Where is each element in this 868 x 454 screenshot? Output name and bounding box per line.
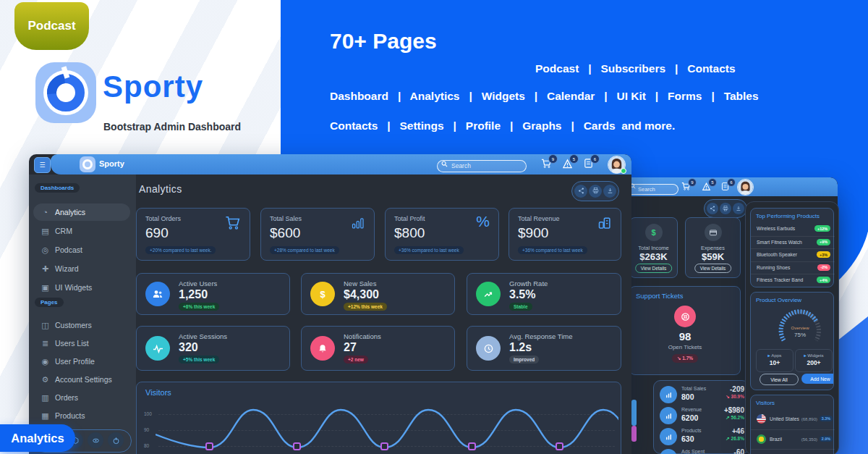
share-button[interactable]	[574, 185, 587, 198]
stat-label: Revenue	[681, 407, 702, 412]
support-tickets-title: Support Tickets	[636, 292, 683, 300]
product-row[interactable]: Smart Fitness Watch +9%	[751, 236, 835, 249]
sidebar-item-analytics[interactable]: ◔Analytics	[29, 203, 136, 221]
country-pct-badge: 3.3%	[820, 416, 833, 421]
stat-row: Products 630 +46 ↗ 26.8%	[654, 427, 750, 447]
sidebar-item-products[interactable]: ▦Products	[29, 407, 136, 424]
growth-icon	[476, 282, 501, 306]
sidebar-item-account-settings[interactable]: ⚙Account Settings	[29, 371, 136, 388]
stat-trend-badge: +36% compared to last week	[394, 246, 464, 254]
metric-card-active-sessions: Active Sessions 320 +5% this week	[136, 326, 290, 371]
download-button[interactable]	[603, 185, 616, 198]
sidebar: Dashboards ◔Analytics ▤CRM ◎Podcast ✚Wiz…	[29, 175, 136, 454]
income-label: Total Income	[630, 245, 677, 251]
sidebar-item-label: Users List	[55, 339, 89, 348]
stat-value: $600	[270, 225, 300, 241]
stat-pct: ↗ 56.2%	[726, 415, 744, 421]
metric-label: Notifications	[344, 332, 381, 340]
online-status-dot	[621, 168, 626, 174]
visitors-countries-title: Visitors	[756, 400, 775, 406]
sidebar-item-wizard[interactable]: ✚Wizard	[29, 260, 136, 277]
cube-icon: ▣	[41, 283, 50, 293]
sidebar-item-label: CRM	[55, 227, 72, 235]
topbar-main: Sporty 9 5 6	[51, 154, 631, 175]
sidebar-item-label: Podcast	[55, 245, 82, 254]
top-products-title: Top Performing Products	[756, 213, 820, 219]
open-tickets-label: Open Tickets	[630, 344, 740, 350]
profile-icon: ◉	[41, 357, 50, 366]
stat-value: 800	[681, 392, 694, 401]
document-badge: 6	[727, 178, 736, 187]
gauge-value: 75%	[794, 332, 806, 338]
sales-stats-card: Total Sales 800 -209 ↘ 30.9% Revenue 620…	[653, 380, 749, 454]
widgets-label: ▸ Widgets	[796, 353, 832, 358]
eye-button[interactable]	[88, 432, 103, 448]
sidebar-item-customers[interactable]: ◫Customers	[29, 316, 136, 334]
credit-card-icon	[705, 224, 722, 241]
print-button[interactable]	[720, 203, 731, 214]
hero-nav-line-3: Contacts | Settings | Profile | Graphs |…	[330, 119, 675, 133]
sidebar-item-users-list[interactable]: ≣Users List	[29, 335, 136, 352]
product-row[interactable]: Wireless Earbuds +12%	[751, 223, 835, 235]
product-row[interactable]: Fitness Tracker Band +4%	[751, 274, 835, 287]
data-marker	[469, 443, 475, 450]
metric-value: 3.5%	[509, 288, 535, 301]
stat-trend-badge: +28% compared to last week	[270, 246, 339, 254]
print-button[interactable]	[589, 185, 602, 198]
sidebar-item-crm[interactable]: ▤CRM	[29, 222, 136, 240]
country-row[interactable]: United States (68,890) 3.3%	[751, 410, 835, 429]
stat-row: Total Sales 800 -209 ↘ 30.9%	[654, 385, 750, 405]
menu-toggle-button[interactable]: ☰	[34, 157, 51, 173]
sidebar-item-podcast[interactable]: ◎Podcast	[29, 241, 136, 258]
stat-trend-badge: +20% compared to last week.	[145, 246, 216, 254]
power-button[interactable]	[108, 432, 124, 448]
cart-badge: 9	[688, 178, 697, 187]
cart-badge: 9	[548, 154, 558, 164]
stat-card-total-profit: Total Profit % $800 +36% compared to las…	[385, 208, 499, 261]
alert-badge: 5	[569, 154, 579, 164]
view-all-button[interactable]: View All	[760, 374, 799, 385]
metric-value: 1,250	[179, 288, 208, 301]
brand-name: Sporty	[103, 70, 203, 104]
podcast-icon: ◎	[41, 245, 50, 255]
metric-label: New Sales	[344, 279, 376, 287]
sidebar-item-ui-widgets[interactable]: ▣UI Widgets	[29, 279, 136, 296]
metric-value: 320	[179, 341, 198, 354]
country-row[interactable]: Brazil (56,350) 2.9%	[751, 429, 835, 449]
stat-delta: +$980	[724, 406, 744, 414]
open-tickets-value: 98	[630, 330, 740, 342]
us-flag-icon	[757, 414, 766, 424]
avatar[interactable]	[737, 179, 754, 196]
brand-subtitle: Bootstrap Admin Dashboard	[103, 121, 241, 133]
expenses-label: Expenses	[686, 245, 740, 251]
sidebar-item-orders[interactable]: ▥Orders	[29, 389, 136, 406]
search-input[interactable]	[437, 160, 527, 172]
clock-icon	[476, 336, 501, 361]
data-marker	[381, 443, 388, 450]
stat-trend-badge: +36% compared to last week	[518, 246, 587, 254]
share-button[interactable]	[707, 203, 718, 214]
country-name: United States	[770, 416, 799, 421]
page-title: Analytics	[139, 183, 182, 195]
view-details-button[interactable]: View Details	[635, 264, 673, 273]
sidebar-item-label: UI Widgets	[55, 283, 92, 292]
product-row[interactable]: Bluetooth Speaker +3%	[751, 248, 835, 261]
sidebar-item-user-profile[interactable]: ◉User Profile	[29, 353, 136, 370]
sidebar-section-dashboards: Dashboards	[35, 183, 80, 193]
stat-label: Products	[681, 428, 702, 433]
stat-delta: -209	[730, 385, 744, 393]
product-overview-card: Product Overview Overview 75% ▸ Apps 10+…	[750, 292, 834, 390]
metric-card-active-users: Active Users 1,250 +8% this week	[136, 273, 290, 315]
sidebar-item-label: Account Settings	[55, 375, 112, 384]
add-new-button[interactable]: Add New	[801, 374, 834, 384]
view-details-button[interactable]: View Details	[694, 264, 732, 273]
analytics-ribbon: Analytics	[0, 424, 75, 452]
product-row[interactable]: Running Shoes -2%	[751, 261, 835, 274]
country-row[interactable]: Germany (49,690) 4.5%	[751, 449, 835, 454]
package-icon: ▦	[41, 411, 50, 421]
y-tick: 80	[144, 443, 149, 448]
widgets-box[interactable]: ▸ Widgets 200+	[795, 349, 833, 372]
download-button[interactable]	[733, 203, 744, 214]
apps-box[interactable]: ▸ Apps 10+	[756, 349, 793, 372]
sidebar-item-label: User Profile	[55, 357, 95, 366]
